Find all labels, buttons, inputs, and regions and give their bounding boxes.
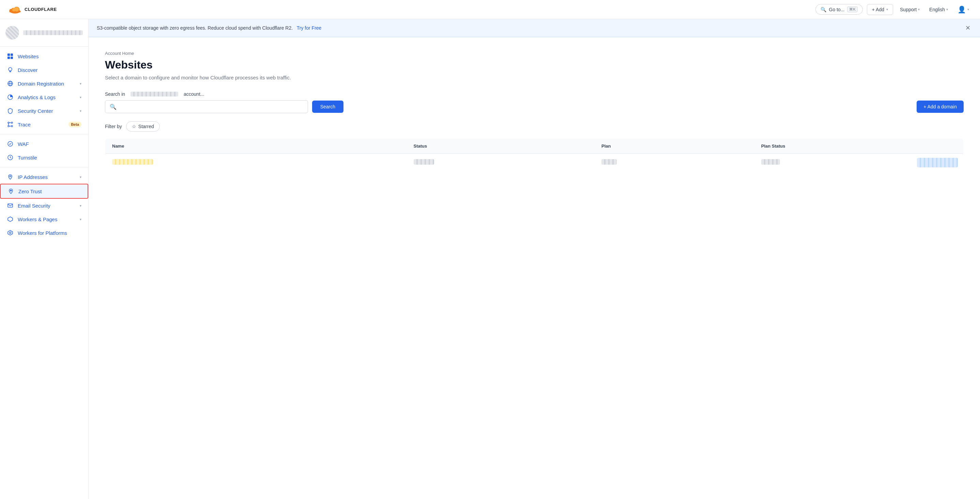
svg-point-16 xyxy=(8,122,9,123)
location-icon xyxy=(7,174,14,180)
breadcrumb: Account Home xyxy=(105,51,964,56)
sidebar: Websites Discover Domain Registration ▾ xyxy=(0,19,89,499)
goto-shortcut: ⌘K xyxy=(847,6,858,12)
zerotrust-icon xyxy=(8,188,14,194)
nav-right: 🔍 Go to... ⌘K + Add ▾ Support ▾ English … xyxy=(815,3,972,16)
banner-link[interactable]: Try for Free xyxy=(297,25,322,31)
starred-filter-label: Starred xyxy=(138,124,154,129)
search-label-suffix: account... xyxy=(184,91,204,97)
starred-filter-chip[interactable]: ☆ Starred xyxy=(126,121,160,132)
email-icon xyxy=(7,202,14,209)
sidebar-item-zero-trust-wrap: Zero Trust xyxy=(0,184,88,199)
account-name-blurred xyxy=(130,92,178,96)
chevron-down-icon: ▾ xyxy=(80,204,81,207)
chevron-down-icon: ▾ xyxy=(80,217,81,221)
sidebar-item-zero-trust[interactable]: Zero Trust xyxy=(0,184,88,199)
domain-name-blurred xyxy=(112,159,153,165)
svg-point-6 xyxy=(12,8,16,11)
svg-point-11 xyxy=(8,67,12,71)
search-icon: 🔍 xyxy=(110,104,116,110)
sidebar-item-label: IP Addresses xyxy=(18,174,76,180)
add-button[interactable]: + Add ▾ xyxy=(867,4,893,15)
search-label: Search in account... xyxy=(105,91,964,97)
svg-rect-8 xyxy=(11,54,13,56)
search-input[interactable] xyxy=(105,100,308,113)
table-header-row: Name Status Plan Plan Status xyxy=(105,139,964,154)
search-area: Search in account... 🔍 Search + Add a xyxy=(105,91,964,113)
domain-status-blurred xyxy=(414,159,434,165)
domain-plan-cell xyxy=(595,154,754,171)
user-menu[interactable]: 👤 ▾ xyxy=(955,3,972,16)
col-plan-status: Plan Status xyxy=(754,139,964,154)
svg-rect-27 xyxy=(8,204,13,207)
sidebar-item-waf[interactable]: WAF xyxy=(0,137,88,151)
sidebar-item-workers-pages[interactable]: Workers & Pages ▾ xyxy=(0,212,88,226)
search-label-prefix: Search in xyxy=(105,91,125,97)
trace-icon xyxy=(7,121,14,128)
sidebar-item-domain-registration[interactable]: Domain Registration ▾ xyxy=(0,77,88,90)
user-chevron-icon: ▾ xyxy=(967,8,969,11)
goto-label: Go to... xyxy=(829,7,845,12)
domain-plan-status-blurred xyxy=(761,159,780,165)
banner-close-button[interactable]: ✕ xyxy=(964,24,972,32)
sidebar-item-label: Workers for Platforms xyxy=(18,230,81,236)
chevron-down-icon: ▾ xyxy=(80,82,81,86)
announcement-banner: S3-compatible object storage with zero e… xyxy=(89,19,980,37)
banner-message: S3-compatible object storage with zero e… xyxy=(97,25,293,31)
domain-status-cell xyxy=(407,154,595,171)
col-plan: Plan xyxy=(595,139,754,154)
sidebar-item-label: Security Center xyxy=(18,108,76,114)
sidebar-item-label: Analytics & Logs xyxy=(18,94,76,100)
sidebar-item-turnstile[interactable]: Turnstile xyxy=(0,151,88,164)
support-menu[interactable]: Support ▾ xyxy=(897,5,923,14)
language-menu[interactable]: English ▾ xyxy=(926,5,951,14)
main-content: S3-compatible object storage with zero e… xyxy=(89,19,980,499)
page-title: Websites xyxy=(105,59,964,71)
svg-point-19 xyxy=(11,126,13,127)
sidebar-item-trace[interactable]: Trace Beta xyxy=(0,118,88,131)
support-chevron-icon: ▾ xyxy=(918,8,920,11)
beta-badge: Beta xyxy=(68,122,81,127)
logo-area: CLOUDFLARE xyxy=(8,5,57,14)
table-row[interactable] xyxy=(105,154,964,171)
table-body xyxy=(105,154,964,171)
add-label: + Add xyxy=(872,7,884,12)
search-input-group: 🔍 Search xyxy=(105,100,344,113)
search-icon: 🔍 xyxy=(821,7,826,12)
svg-point-18 xyxy=(8,126,9,127)
sidebar-divider-2 xyxy=(0,167,88,167)
pie-icon xyxy=(7,94,14,100)
add-domain-button[interactable]: + Add a domain xyxy=(916,100,964,113)
page-subtitle: Select a domain to configure and monitor… xyxy=(105,75,964,80)
content-area: Account Home Websites Select a domain to… xyxy=(89,37,980,185)
search-row: 🔍 Search + Add a domain xyxy=(105,100,964,113)
sidebar-item-label: Turnstile xyxy=(18,155,81,161)
goto-button[interactable]: 🔍 Go to... ⌘K xyxy=(815,4,863,15)
avatar xyxy=(5,26,19,40)
cloudflare-logo-icon xyxy=(8,5,22,14)
sidebar-item-label: Zero Trust xyxy=(18,188,81,194)
search-button[interactable]: Search xyxy=(312,100,344,113)
sidebar-item-email-security[interactable]: Email Security ▾ xyxy=(0,199,88,212)
sidebar-item-label: Email Security xyxy=(18,203,76,209)
sidebar-item-discover[interactable]: Discover xyxy=(0,63,88,77)
svg-point-25 xyxy=(10,175,11,177)
globe-icon xyxy=(7,80,14,87)
sidebar-item-websites[interactable]: Websites xyxy=(0,49,88,63)
workers2-icon xyxy=(7,230,14,236)
sidebar-item-ip-addresses[interactable]: IP Addresses ▾ xyxy=(0,170,88,184)
svg-rect-9 xyxy=(8,57,10,59)
svg-marker-29 xyxy=(8,230,13,235)
waf-icon xyxy=(7,140,14,147)
sidebar-item-label: Websites xyxy=(18,54,81,59)
sidebar-item-workers-platforms[interactable]: Workers for Platforms xyxy=(0,226,88,240)
shield-icon xyxy=(7,107,14,114)
turnstile-icon xyxy=(7,154,14,161)
svg-point-30 xyxy=(10,232,11,234)
language-chevron-icon: ▾ xyxy=(946,8,948,11)
sidebar-item-security-center[interactable]: Security Center ▾ xyxy=(0,104,88,118)
sidebar-item-label: Discover xyxy=(18,67,81,73)
chevron-down-icon: ▾ xyxy=(80,109,81,113)
svg-point-17 xyxy=(11,122,13,123)
sidebar-item-analytics-logs[interactable]: Analytics & Logs ▾ xyxy=(0,90,88,104)
